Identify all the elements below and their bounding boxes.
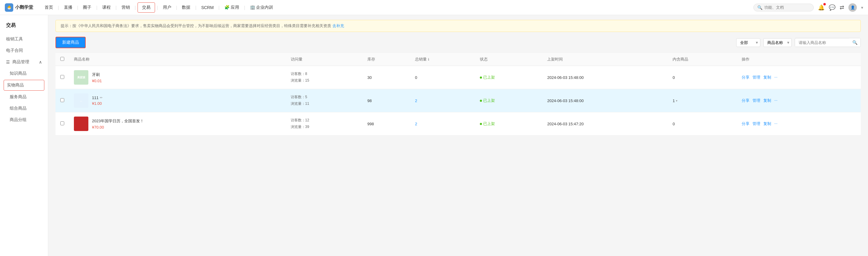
sidebar-item-e-contract[interactable]: 电子合同: [0, 45, 48, 56]
shelf-time-cell: 2024-06-03 15:48:00: [542, 66, 668, 89]
select-all-checkbox[interactable]: [60, 57, 64, 61]
col-header-stock: 库存: [363, 53, 410, 66]
sidebar-item-service-goods[interactable]: 服务商品: [0, 91, 48, 103]
logo-text: 小鹅学堂: [15, 4, 33, 10]
stock-cell: 998: [363, 112, 410, 136]
stock-cell: 98: [363, 89, 410, 112]
row-checkbox-2[interactable]: [60, 121, 64, 125]
logo[interactable]: 🐣 小鹅学堂: [5, 3, 33, 12]
visit-cell: 访客数：5浏览量：11: [286, 89, 363, 112]
total-sales-link[interactable]: 2: [415, 122, 417, 126]
search-box: 🔍: [795, 38, 861, 47]
total-sales-link[interactable]: 2: [415, 99, 417, 103]
nav-trade[interactable]: 交易: [137, 2, 155, 13]
status-cell: 已上架: [475, 66, 542, 89]
col-header-inner-products: 内含商品: [668, 53, 737, 66]
product-name: 2023年国学日历，全国首发！: [92, 118, 144, 124]
nav-live[interactable]: 直播: [60, 0, 76, 15]
inner-dropdown-arrow[interactable]: ▾: [676, 99, 677, 102]
status-text: 已上架: [483, 75, 495, 79]
product-thumb: ...: [74, 94, 88, 108]
action-share[interactable]: 分享: [742, 121, 749, 126]
edit-icon[interactable]: ✏: [100, 96, 102, 100]
nav-home[interactable]: 首页: [40, 0, 57, 15]
nav-user[interactable]: 用户: [159, 0, 176, 15]
action-manage[interactable]: 管理: [752, 121, 760, 126]
product-info: 美甜派 牙刷 ¥0.01: [74, 70, 281, 85]
main-content: 提示：按《中华人民共和国电子商务法》要求，售卖实物商品会受到平台管控，为不影响后…: [48, 15, 868, 256]
total-sales-cell: 2: [410, 112, 475, 136]
notice-text: 提示：按《中华人民共和国电子商务法》要求，售卖实物商品会受到平台管控，为不影响后…: [61, 24, 331, 28]
action-copy[interactable]: 复制: [763, 75, 771, 80]
sidebar-item-cancel-tool[interactable]: 核销工具: [0, 33, 48, 45]
nav-enterprise[interactable]: 🏢 企业内训: [246, 0, 277, 15]
row-checkbox-0[interactable]: [60, 75, 64, 79]
nav-search-box[interactable]: 🔍: [753, 4, 814, 11]
visit-cell: 访客数：12浏览量：39: [286, 112, 363, 136]
sidebar-item-physical-goods[interactable]: 实物商品: [4, 80, 44, 90]
notification-bell[interactable]: 🔔: [818, 4, 825, 11]
notification-badge: [824, 3, 826, 5]
col-header-actions: 操作: [737, 53, 861, 66]
nav-marketing[interactable]: 营销: [117, 0, 134, 15]
new-product-button[interactable]: 新建商品: [56, 37, 86, 48]
nav-circle[interactable]: 圈子: [79, 0, 96, 15]
status-dot: [480, 123, 482, 125]
filter-all-select[interactable]: 全部: [736, 38, 760, 47]
action-more[interactable]: ···: [774, 75, 777, 80]
nav-search-input[interactable]: [764, 5, 806, 10]
action-copy[interactable]: 复制: [763, 98, 771, 103]
total-sales-cell: 2: [410, 89, 475, 112]
actions-cell: 分享 管理 复制 ···: [737, 89, 861, 112]
total-sales-info-icon[interactable]: ℹ: [428, 58, 429, 62]
filter-name-select[interactable]: 商品名称: [763, 38, 792, 47]
avatar-dropdown-icon[interactable]: ▾: [861, 5, 863, 10]
product-name: 牙刷: [92, 72, 102, 77]
inner-products-cell: 0: [668, 112, 737, 136]
inner-products-cell: 1 ▾: [668, 89, 737, 112]
action-share[interactable]: 分享: [742, 98, 749, 103]
action-share[interactable]: 分享: [742, 75, 749, 80]
search-button[interactable]: 🔍: [849, 38, 861, 47]
actions-cell: 分享 管理 复制 ···: [737, 66, 861, 89]
top-nav: 🐣 小鹅学堂 首页 | 直播 | 圈子 | 课程 | 营销 | 交易 | 用户 …: [0, 0, 868, 15]
action-copy[interactable]: 复制: [763, 121, 771, 126]
user-avatar[interactable]: 👤: [848, 3, 857, 12]
sidebar-item-product-mgmt-label: 商品管理: [12, 59, 29, 65]
product-price: ¥70.00: [92, 125, 144, 130]
sync-icon[interactable]: ⇄: [840, 4, 844, 11]
toolbar: 新建商品 全部 商品名称 🔍: [56, 37, 861, 48]
actions-cell: 分享 管理 复制 ···: [737, 112, 861, 136]
search-input[interactable]: [795, 39, 849, 47]
table-row: 美甜派 牙刷 ¥0.01 访客数：8浏览量：15300已上架2024-06-03…: [56, 66, 861, 89]
sidebar-item-knowledge-goods[interactable]: 知识商品: [0, 68, 48, 79]
nav-apps[interactable]: 🧩 应用: [220, 0, 243, 15]
message-icon[interactable]: 💬: [829, 4, 835, 11]
sidebar-group-product-mgmt[interactable]: ☰ 商品管理 ∧: [0, 56, 48, 68]
action-more[interactable]: ···: [774, 98, 777, 103]
action-more[interactable]: ···: [774, 121, 777, 126]
product-mgmt-chevron: ∧: [39, 60, 42, 65]
table-row: 2023年国学日历，全国首发！ ¥70.00 访客数：12浏览量：399982已…: [56, 112, 861, 136]
product-price: ¥1.00: [92, 101, 102, 106]
sidebar-item-product-group[interactable]: 商品分组: [0, 114, 48, 125]
product-thumb: [74, 116, 88, 131]
nav-course[interactable]: 课程: [98, 0, 115, 15]
product-name: 111 ✏: [92, 96, 102, 100]
sidebar-item-combo-goods[interactable]: 组合商品: [0, 103, 48, 114]
inner-products-cell: 0: [668, 66, 737, 89]
action-manage[interactable]: 管理: [752, 75, 760, 80]
nav-data[interactable]: 数据: [178, 0, 194, 15]
row-checkbox-1[interactable]: [60, 98, 64, 102]
col-header-status: 状态: [475, 53, 542, 66]
nav-items: 首页 | 直播 | 圈子 | 课程 | 营销 | 交易 | 用户 | 数据 | …: [39, 0, 753, 15]
sidebar-title: 交易: [0, 20, 48, 33]
total-sales-cell: 0: [410, 66, 475, 89]
visit-cell: 访客数：8浏览量：15: [286, 66, 363, 89]
action-manage[interactable]: 管理: [752, 98, 760, 103]
product-name-cell: ... 111 ✏ ¥1.00: [69, 89, 286, 112]
status-text: 已上架: [483, 121, 495, 126]
status-dot: [480, 76, 482, 79]
notice-link[interactable]: 去补充: [332, 24, 344, 28]
nav-scrm[interactable]: SCRM: [197, 0, 218, 15]
